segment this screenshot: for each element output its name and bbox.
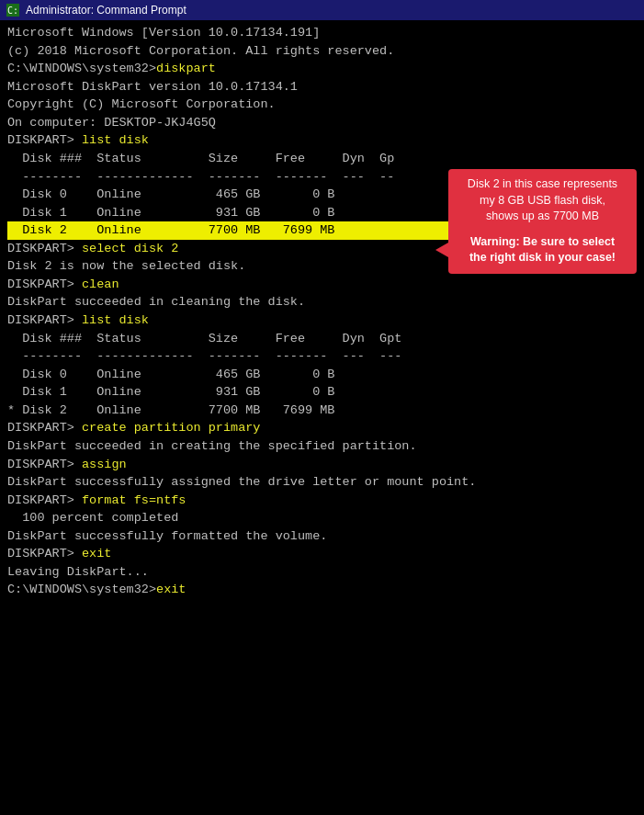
terminal-plain-text: DISKPART> <box>7 421 82 435</box>
terminal-plain-text: DISKPART> <box>7 277 82 291</box>
terminal-line: DISKPART> clean <box>7 276 637 294</box>
terminal-line: Disk ### Status Size Free Dyn Gp <box>7 150 637 168</box>
tooltip-line3: shows up as 7700 MB <box>486 209 599 222</box>
terminal-plain-text: C:\WINDOWS\system32> <box>7 583 156 596</box>
terminal-line: DiskPart successfully formatted the volu… <box>7 527 637 546</box>
terminal-command: exit <box>82 547 111 560</box>
terminal-line: DISKPART> list disk <box>7 311 637 330</box>
terminal-line: * Disk 2 Online 7700 MB 7699 MB <box>7 402 637 420</box>
terminal-line: Copyright (C) Microsoft Corporation. <box>7 96 637 114</box>
tooltip-box: Disk 2 in this case represents my 8 GB U… <box>448 169 637 274</box>
terminal-plain-text: DISKPART> <box>7 458 82 471</box>
terminal-line: DiskPart successfully assigned the drive… <box>7 473 637 492</box>
cmd-icon: C: <box>6 3 20 17</box>
terminal-command: list disk <box>82 133 149 147</box>
terminal-plain-text: DISKPART> <box>7 313 82 327</box>
terminal-plain-text: DISKPART> <box>7 493 82 507</box>
terminal-command: diskpart <box>156 62 216 75</box>
terminal-line: Leaving DiskPart... <box>7 563 637 582</box>
terminal-line: DiskPart succeeded in creating the speci… <box>7 437 637 456</box>
tooltip-warning: Warning: Be sure to select the right dis… <box>458 234 627 266</box>
terminal-line: Microsoft Windows [Version 10.0.17134.19… <box>7 24 637 42</box>
terminal-command: format fs=ntfs <box>82 493 186 507</box>
terminal-plain-text: DISKPART> <box>7 547 82 560</box>
terminal-line: DISKPART> exit <box>7 545 637 563</box>
terminal-line: On computer: DESKTOP-JKJ4G5Q <box>7 114 637 132</box>
terminal-line: DiskPart succeeded in cleaning the disk. <box>7 293 637 311</box>
titlebar: C: Administrator: Command Prompt <box>0 0 644 20</box>
terminal-plain-text: C:\WINDOWS\system32> <box>7 62 156 75</box>
terminal-line: DISKPART> assign <box>7 456 637 474</box>
terminal-line: DISKPART> list disk <box>7 131 637 150</box>
terminal-command: list disk <box>82 313 149 327</box>
terminal-line: 100 percent completed <box>7 509 637 527</box>
terminal-command: assign <box>82 458 127 471</box>
terminal-plain-text: DISKPART> <box>7 242 82 255</box>
terminal-line: DISKPART> create partition primary <box>7 419 637 437</box>
tooltip-line1: Disk 2 in this case represents <box>468 177 617 190</box>
terminal-command: clean <box>82 277 119 291</box>
svg-text:C:: C: <box>7 6 18 16</box>
terminal-line: DISKPART> format fs=ntfs <box>7 492 637 510</box>
terminal-command: select disk 2 <box>82 242 178 255</box>
terminal-line: C:\WINDOWS\system32>diskpart <box>7 60 637 78</box>
terminal-line: Disk 0 Online 465 GB 0 B <box>7 366 637 384</box>
terminal-plain-text: DISKPART> <box>7 133 82 147</box>
terminal-line: -------- ------------- ------- ------- -… <box>7 347 637 366</box>
terminal-line: Disk ### Status Size Free Dyn Gpt <box>7 330 637 348</box>
terminal-command: create partition primary <box>82 421 260 435</box>
tooltip-warning-text2: the right disk in your case! <box>469 251 616 264</box>
tooltip-warning-label: Warning: <box>470 235 520 248</box>
titlebar-title: Administrator: Command Prompt <box>26 4 638 17</box>
terminal-line: Microsoft DiskPart version 10.0.17134.1 <box>7 78 637 96</box>
tooltip-warning-text: Be sure to select <box>523 235 615 248</box>
terminal-line: Disk 1 Online 931 GB 0 B <box>7 383 637 402</box>
terminal-area: Microsoft Windows [Version 10.0.17134.19… <box>0 20 644 815</box>
terminal-command: exit <box>156 583 186 596</box>
terminal-line: C:\WINDOWS\system32>exit <box>7 581 637 599</box>
tooltip-line2: my 8 GB USB flash disk, <box>480 194 605 207</box>
terminal-line: (c) 2018 Microsoft Corporation. All righ… <box>7 42 637 61</box>
